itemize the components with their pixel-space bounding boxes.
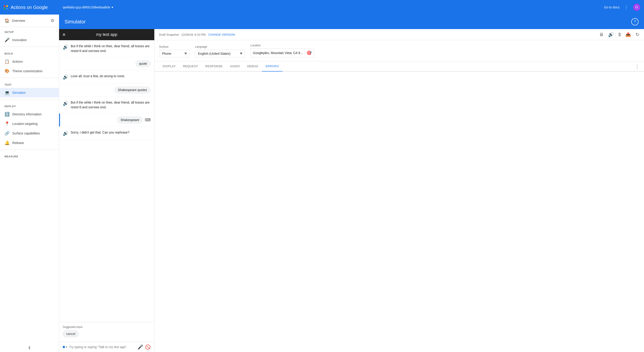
bot-message-text-2: Love all, trust a few, do wrong to none. [71,74,125,79]
chevron-down-small-icon[interactable]: ▾ [66,346,67,349]
sidebar-overview[interactable]: 🏠 Overview ⚙ [0,14,59,27]
input-bar: ▾ 🎤 🚫 [59,342,154,352]
surface-controls: Surface Phone Smart Display Language Eng… [154,40,644,61]
tab-audio[interactable]: AUDIO [226,61,244,71]
desktop-icon[interactable]: 🖥 [599,32,604,37]
surface-label: Surface capabilities [12,131,40,135]
block-icon[interactable]: 🚫 [145,344,151,350]
simulator-body: ✕ my test app 🔊 But if the while I think… [59,29,644,352]
surface-select[interactable]: Phone Smart Display [159,50,190,57]
suggested-input-label: Suggested input [63,326,151,329]
language-control-group: Language English (United States) English… [195,45,245,57]
more-vert-icon[interactable]: ⋮ [624,4,628,10]
user-bubble-1: quote [136,60,151,67]
sidebar-item-location[interactable]: 📍 Location targeting [0,119,59,129]
brand-name: Actions on Google [11,5,48,10]
location-input-wrap: 🎯 [250,48,314,57]
input-icons: 🎤 🚫 [138,344,151,350]
location-label: Location [250,44,314,47]
simulator-title: Simulator [64,19,86,25]
location-control-group: Location 🎯 [250,44,314,57]
audio-play-icon-3[interactable]: 🔊 [63,100,68,106]
input-field[interactable] [69,345,136,349]
audio-play-icon-2[interactable]: 🔊 [63,74,68,80]
tabs-bar: DISPLAY REQUEST RESPONSE AUDIO DEBUG ERR… [154,61,644,71]
sidebar-section-setup: SETUP [0,27,59,35]
surface-label: Surface [159,45,190,48]
user-bubble-3: Shakespeare [117,116,143,124]
sidebar-item-release[interactable]: 🔔 Release [0,138,59,148]
sidebar-item-invocation[interactable]: 🎤 Invocation [0,35,59,45]
tab-errors[interactable]: ERRORS [262,61,282,71]
snapshot-info: Draft Snapshot - 12/28/18, 6:10 PM CHANG… [159,33,235,36]
bot-message-text-3: But if the while I think on thee, dear f… [71,100,151,110]
location-icon: 📍 [4,121,10,126]
dollar-icon[interactable]: $ [618,32,621,37]
bell-icon: 🔔 [4,140,10,145]
release-label: Release [12,141,24,145]
right-panel: Draft Snapshot - 12/28/18, 6:10 PM CHANG… [154,29,644,352]
location-target-icon[interactable]: 🎯 [306,50,312,55]
sidebar-item-directory[interactable]: ℹ️ Directory information [0,109,59,119]
sidebar-section-deploy: DEPLOY [0,101,59,109]
directory-label: Directory information [12,112,42,116]
volume-icon[interactable]: 🔊 [608,32,614,37]
simulator-header-right: ? [631,18,638,25]
actions-label: Actions [12,60,23,63]
sidebar-item-simulator[interactable]: 💻 Simulator [0,88,59,97]
audio-play-icon-1[interactable]: 🔊 [63,44,68,50]
simulator-header: Simulator ? [59,14,644,29]
link-icon: 🔗 [4,131,10,136]
google-dots-icon [4,5,8,9]
suggested-chips: cancel [63,331,151,337]
mic-input-icon[interactable]: 🎤 [138,344,143,350]
theme-label: Theme customization [12,69,42,73]
avatar[interactable]: G [633,4,640,11]
share-icon[interactable]: 📤 [625,32,631,37]
tab-content-errors [154,71,644,352]
tab-display[interactable]: DISPLAY [159,61,179,71]
invocation-label: Invocation [12,38,27,42]
simulator-label: Simulator [12,91,26,94]
mic-icon: 🎤 [4,37,10,42]
more-tabs-icon[interactable]: ⋮ [635,64,640,69]
audio-play-icon-4[interactable]: 🔊 [63,130,68,136]
input-bar-left: ▾ [63,346,67,349]
surface-control-group: Surface Phone Smart Display [159,45,190,57]
language-label: Language [195,45,245,48]
change-version-button[interactable]: CHANGE VERSION [208,33,235,36]
simulator-icon: 💻 [4,90,10,95]
collapse-sidebar-button[interactable]: ❮ [0,343,59,352]
sidebar-item-actions[interactable]: 📋 Actions [0,57,59,66]
overview-link[interactable]: 🏠 Overview [4,18,25,23]
language-select[interactable]: English (United States) English (UK) [195,50,245,57]
snapshot-icons: 🖥 🔊 $ 📤 ↻ [599,32,640,37]
phone-title-bar: ✕ my test app [59,29,154,40]
goto-docs-link[interactable]: Go to docs [604,5,620,9]
chip-cancel[interactable]: cancel [63,331,79,337]
help-button[interactable]: ? [631,18,638,25]
user-message-3-active: Shakespeare ⌨ [59,114,154,126]
refresh-icon[interactable]: ↻ [636,32,640,37]
sidebar-item-surface[interactable]: 🔗 Surface capabilities [0,129,59,138]
close-button[interactable]: ✕ [62,32,66,37]
tab-debug[interactable]: DEBUG [244,61,262,71]
settings-icon[interactable]: ⚙ [51,18,54,23]
sidebar-item-theme[interactable]: 🎨 Theme customization [0,66,59,76]
tab-request[interactable]: REQUEST [179,61,202,71]
project-selector[interactable]: qwiklabs-gcp-d665c208eebaab0e ▾ [63,5,604,9]
user-bubble-2: Shakespeare quotes [114,86,151,94]
bot-message-text-1: But if the while I think on thee, dear f… [71,44,151,53]
bot-message-3: 🔊 But if the while I think on thee, dear… [59,96,154,114]
input-dot-icon [63,346,65,348]
bot-message-4: 🔊 Sorry, I didn't get that. Can you reph… [59,126,154,140]
bot-message-text-4: Sorry, I didn't get that. Can you rephra… [71,130,129,135]
tab-response[interactable]: RESPONSE [202,61,226,71]
chevron-down-icon: ▾ [112,5,113,9]
top-nav: Actions on Google qwiklabs-gcp-d665c208e… [0,0,644,14]
project-name: qwiklabs-gcp-d665c208eebaab0e [63,5,110,9]
divider-4 [0,149,59,150]
palette-icon: 🎨 [4,69,10,74]
location-input[interactable] [253,51,305,55]
sidebar-section-test: TEST [0,80,59,88]
